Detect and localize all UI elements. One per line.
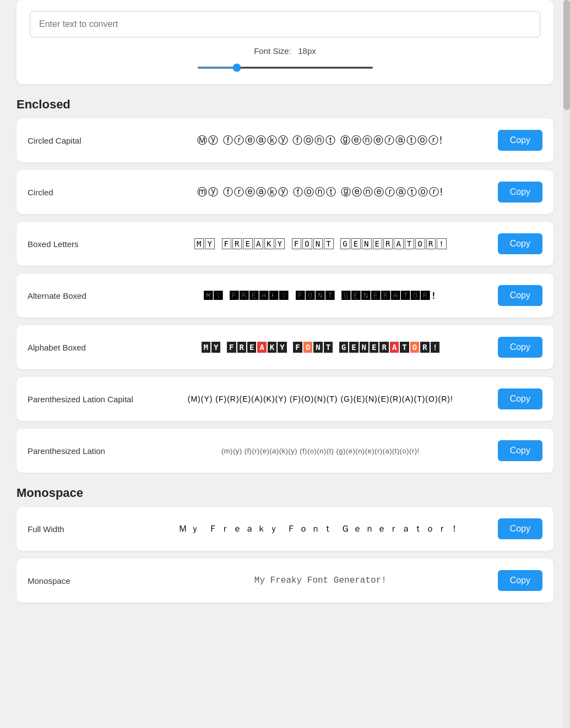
font-card-monospace: MonospaceMy Freaky Font Generator!Copy	[17, 559, 553, 603]
font-card-label-alternate-boxed: Alternate Boxed	[28, 291, 143, 300]
font-card-preview-circled: ⓜⓨ ⓕⓡⓔⓐⓚⓨ ⓕⓞⓝⓣ ⓖⓔⓝⓔⓡⓐⓣⓞⓡ!	[143, 185, 498, 199]
font-size-row: Font Size: 18px	[30, 46, 540, 71]
copy-button-monospace[interactable]: Copy	[498, 570, 542, 591]
scrollbar-thumb[interactable]	[563, 0, 570, 110]
font-card-label-parenthesized: Parenthesized Lation	[28, 446, 143, 456]
font-card-label-boxed-letters: Boxed Letters	[28, 239, 143, 249]
font-card-label-parenthesized-capital: Parenthesized Lation Capital	[28, 395, 143, 404]
copy-button-boxed-letters[interactable]: Copy	[498, 233, 542, 254]
font-card-label-full-width: Full Width	[28, 524, 143, 534]
font-card-alternate-boxed: Alternate Boxed🅼🆈 🅵🆁🅴🅰🅺🆈 🅵🅾🅽🆃 🅶🅴🅽🅴🆁🅰🆃🅾🆁!…	[17, 273, 553, 318]
font-card-preview-parenthesized: (m)(y) (f)(r)(e)(a)(k)(y) (f)(o)(n)(t) (…	[143, 447, 498, 455]
copy-button-full-width[interactable]: Copy	[498, 518, 542, 539]
font-size-label: Font Size: 18px	[254, 46, 316, 56]
font-card-preview-alternate-boxed: 🅼🆈 🅵🆁🅴🅰🅺🆈 🅵🅾🅽🆃 🅶🅴🅽🅴🆁🅰🆃🅾🆁!	[143, 291, 498, 301]
font-card-full-width: Full WidthＭｙ Ｆｒｅａｋｙ Ｆｏｎｔ Ｇｅｎｅｒａｔｏｒ！Copy	[17, 507, 553, 551]
section-title-enclosed: Enclosed	[17, 97, 553, 112]
sections-container: EnclosedCircled CapitalⓂⓨ ⓕⓡⓔⓐⓚⓨ ⓕⓞⓝⓣ ⓖⓔ…	[0, 97, 570, 603]
font-card-label-circled: Circled	[28, 188, 143, 197]
font-card-preview-alphabet-boxed: MY FREAKY FONT GENERATOR!	[143, 341, 498, 353]
font-card-boxed-letters: Boxed LettersMY FREAKY FONT GENERATOR!Co…	[17, 222, 553, 266]
section-title-monospace: Monospace	[17, 486, 553, 500]
font-card-parenthesized: Parenthesized Lation(m)(y) (f)(r)(e)(a)(…	[17, 429, 553, 473]
font-card-preview-boxed-letters: MY FREAKY FONT GENERATOR!	[143, 238, 498, 250]
font-card-parenthesized-capital: Parenthesized Lation Capital(M)(Y) (F)(R…	[17, 377, 553, 421]
scrollbar-track[interactable]	[563, 0, 570, 728]
font-card-preview-full-width: Ｍｙ Ｆｒｅａｋｙ Ｆｏｎｔ Ｇｅｎｅｒａｔｏｒ！	[143, 523, 498, 535]
copy-button-alternate-boxed[interactable]: Copy	[498, 285, 542, 306]
page-wrapper: Font Size: 18px EnclosedCircled CapitalⓂ…	[0, 0, 570, 603]
slider-container	[197, 61, 373, 71]
font-card-preview-monospace: My Freaky Font Generator!	[143, 576, 498, 585]
font-card-label-monospace: Monospace	[28, 576, 143, 585]
font-size-slider[interactable]	[197, 67, 373, 69]
font-card-label-circled-capital: Circled Capital	[28, 136, 143, 145]
font-card-alphabet-boxed: Alphabet BoxedMY FREAKY FONT GENERATOR!C…	[17, 325, 553, 369]
font-card-preview-parenthesized-capital: (M)(Y) (F)(R)(E)(A)(K)(Y) (F)(O)(N)(T) (…	[143, 395, 498, 403]
copy-button-circled[interactable]: Copy	[498, 182, 542, 202]
font-card-label-alphabet-boxed: Alphabet Boxed	[28, 343, 143, 352]
font-card-circled: Circledⓜⓨ ⓕⓡⓔⓐⓚⓨ ⓕⓞⓝⓣ ⓖⓔⓝⓔⓡⓐⓣⓞⓡ!Copy	[17, 170, 553, 214]
font-card-circled-capital: Circled CapitalⓂⓨ ⓕⓡⓔⓐⓚⓨ ⓕⓞⓝⓣ ⓖⓔⓝⓔⓡⓐⓣⓞⓡ!…	[17, 118, 553, 162]
text-input[interactable]	[30, 11, 540, 37]
top-card: Font Size: 18px	[17, 0, 553, 84]
copy-button-alphabet-boxed[interactable]: Copy	[498, 337, 542, 358]
copy-button-parenthesized-capital[interactable]: Copy	[498, 388, 542, 409]
copy-button-parenthesized[interactable]: Copy	[498, 440, 542, 461]
copy-button-circled-capital[interactable]: Copy	[498, 130, 542, 151]
font-card-preview-circled-capital: Ⓜⓨ ⓕⓡⓔⓐⓚⓨ ⓕⓞⓝⓣ ⓖⓔⓝⓔⓡⓐⓣⓞⓡ!	[143, 134, 498, 147]
